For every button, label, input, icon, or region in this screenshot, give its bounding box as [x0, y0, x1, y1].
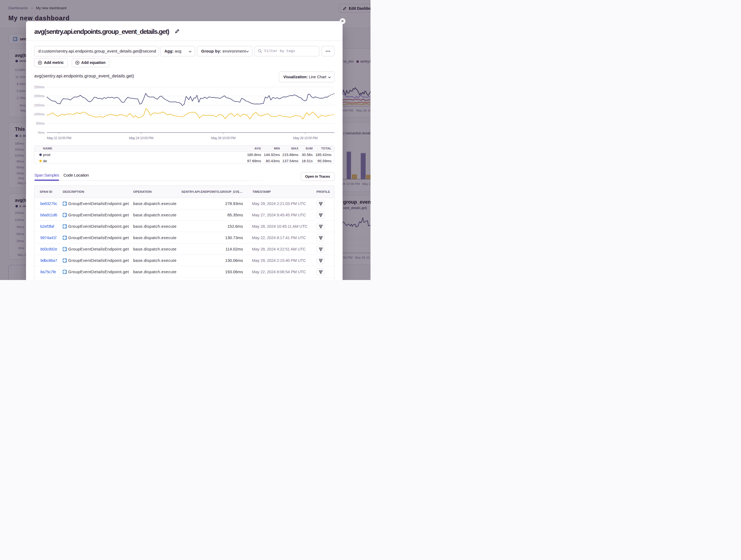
svg-text:150ms: 150ms [34, 103, 45, 107]
svg-text:200ms: 200ms [34, 94, 45, 98]
svg-text:May 26 10:00 PM: May 26 10:00 PM [211, 136, 235, 140]
svg-text:0ms: 0ms [38, 131, 45, 135]
svg-text:May 28 10:00 PM: May 28 10:00 PM [293, 136, 317, 140]
svg-text:250ms: 250ms [34, 85, 45, 89]
svg-text:May 22 10:00 PM: May 22 10:00 PM [47, 136, 71, 140]
svg-text:100ms: 100ms [34, 112, 45, 116]
svg-text:50ms: 50ms [36, 121, 45, 125]
svg-text:May 24 10:00 PM: May 24 10:00 PM [129, 136, 153, 140]
